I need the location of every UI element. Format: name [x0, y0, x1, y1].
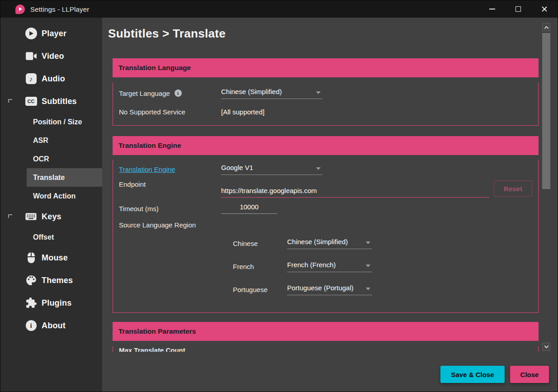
sidebar-item-plugins[interactable]: Plugins — [0, 292, 102, 314]
field-row-target-language: Target Language i Chinese (Simplified) — [119, 83, 538, 104]
sidebar-item-keys[interactable]: Keys — [0, 205, 102, 228]
source-region-row-french: French French (French) — [233, 255, 538, 278]
chevron-down-icon — [316, 91, 321, 94]
field-label: No Supported Service — [119, 108, 185, 116]
chevron-down-icon — [366, 264, 370, 267]
sidebar-item-label: Player — [42, 29, 66, 38]
info-icon[interactable]: i — [175, 90, 182, 97]
sidebar-subitem-label: Translate — [33, 174, 65, 182]
sidebar-item-label: About — [42, 321, 66, 331]
sidebar-subitem-label: OCR — [33, 155, 49, 163]
scroll-viewport: Subtitles > Translate Translation Langua… — [102, 18, 558, 352]
sidebar-item-offset[interactable]: Offset — [27, 228, 102, 246]
section-translation-engine: Translation Engine Translation Engine Go… — [113, 136, 539, 313]
engine-dropdown[interactable]: Google V1 — [221, 164, 322, 175]
chevron-down-icon — [316, 167, 321, 170]
no-supported-service-value: [All supported] — [221, 108, 265, 116]
sidebar-item-player[interactable]: Player — [0, 22, 102, 45]
section-header: Translation Language — [113, 58, 539, 77]
sidebar-subitem-label: Offset — [33, 233, 54, 241]
field-label: Portuguese — [233, 286, 287, 293]
sidebar-subitem-label: ASR — [33, 137, 48, 145]
sidebar-nav: Player Video ♪ Audio CC Subtitles Positi… — [0, 18, 102, 392]
sidebar-item-translate-selected[interactable]: Translate — [27, 168, 102, 187]
closed-captions-icon: CC — [25, 97, 37, 106]
reset-button[interactable]: Reset — [494, 180, 532, 197]
sidebar-item-label: Keys — [42, 212, 61, 222]
save-and-close-button[interactable]: Save & Close — [440, 366, 505, 383]
close-button[interactable] — [531, 0, 558, 18]
field-row-engine: Translation Engine Google V1 — [119, 160, 538, 179]
translation-engine-link[interactable]: Translation Engine — [119, 165, 175, 173]
field-label: Source Language Region — [119, 221, 196, 229]
scrollbar-up-button[interactable] — [542, 23, 550, 31]
field-row-source-region: Source Language Region — [119, 217, 538, 232]
dropdown-value: Portuguese (Portugal) — [287, 284, 354, 292]
endpoint-input[interactable] — [221, 187, 489, 198]
scrollbar-thumb[interactable] — [542, 33, 550, 189]
sidebar-item-position-size[interactable]: Position / Size — [27, 113, 102, 131]
portuguese-region-dropdown[interactable]: Portuguese (Portugal) — [287, 284, 372, 295]
titlebar: Settings - LLPlayer — [0, 0, 558, 18]
section-body: Translation Engine Google V1 Endpoint Re… — [113, 160, 539, 313]
target-language-label: Target Language i — [119, 90, 221, 97]
minimize-button[interactable] — [479, 0, 505, 18]
dropdown-value: French (French) — [287, 261, 336, 269]
sidebar-item-label: Plugins — [42, 298, 71, 308]
close-icon — [541, 6, 548, 12]
field-label: French — [233, 263, 287, 270]
section-translation-language: Translation Language Target Language i C… — [113, 58, 539, 126]
palette-icon — [25, 274, 37, 286]
maximize-icon — [515, 6, 521, 12]
info-icon: i — [25, 320, 37, 331]
sidebar-item-label: Subtitles — [42, 97, 77, 106]
field-label: Endpoint — [119, 180, 146, 188]
french-region-dropdown[interactable]: French (French) — [287, 261, 372, 272]
section-body: Target Language i Chinese (Simplified) N… — [113, 83, 539, 126]
sidebar-item-ocr[interactable]: OCR — [27, 150, 102, 168]
sidebar-item-asr[interactable]: ASR — [27, 131, 102, 150]
source-region-row-chinese: Chinese Chinese (Simplified) — [233, 232, 538, 255]
field-label: Target Language — [119, 90, 170, 97]
play-circle-icon — [25, 28, 37, 39]
sidebar-item-video[interactable]: Video — [0, 45, 102, 67]
video-camera-icon — [25, 51, 37, 61]
window-controls — [479, 0, 558, 18]
mouse-icon — [25, 252, 37, 264]
sidebar-subitem-label: Word Action — [33, 192, 76, 200]
scrollbar-down-button[interactable] — [542, 343, 550, 351]
sidebar-item-about[interactable]: i About — [0, 314, 102, 337]
field-row-timeout: Timeout (ms) — [119, 199, 538, 217]
field-row-no-supported-service: No Supported Service [All supported] — [119, 104, 538, 120]
sidebar-item-word-action[interactable]: Word Action — [27, 187, 102, 205]
field-label: Chinese — [233, 240, 287, 247]
collapse-expander-icon[interactable] — [8, 99, 12, 103]
close-settings-button[interactable]: Close — [510, 366, 549, 383]
chevron-down-icon — [544, 344, 549, 349]
sidebar-item-audio[interactable]: ♪ Audio — [0, 67, 102, 90]
minimize-icon — [489, 9, 495, 9]
page-title: Subtitles > Translate — [108, 27, 558, 43]
sidebar-item-label: Mouse — [42, 253, 68, 263]
target-language-dropdown[interactable]: Chinese (Simplified) — [221, 88, 322, 99]
sidebar-item-themes[interactable]: Themes — [0, 269, 102, 292]
dropdown-value: Chinese (Simplified) — [287, 238, 348, 246]
source-region-row-portuguese: Portuguese Portuguese (Portugal) — [233, 278, 538, 301]
timeout-input[interactable] — [221, 203, 277, 214]
dropdown-value: Chinese (Simplified) — [221, 88, 282, 95]
sidebar-item-label: Audio — [42, 74, 65, 84]
chevron-up-icon — [544, 26, 549, 30]
sidebar-item-label: Video — [42, 52, 64, 61]
settings-window: Settings - LLPlayer Player Video ♪ Audio… — [0, 0, 558, 392]
maximize-button[interactable] — [505, 0, 531, 18]
collapse-expander-icon[interactable] — [8, 214, 12, 218]
settings-content: Subtitles > Translate Translation Langua… — [102, 18, 558, 392]
sidebar-item-mouse[interactable]: Mouse — [0, 246, 102, 269]
music-note-icon: ♪ — [25, 73, 37, 84]
clipped-field-label: Max Translate Count — [119, 346, 538, 352]
chinese-region-dropdown[interactable]: Chinese (Simplified) — [287, 238, 372, 249]
llplayer-logo-icon — [15, 5, 25, 14]
dropdown-value: Google V1 — [221, 164, 253, 171]
section-header: Translation Parameters — [113, 322, 539, 341]
sidebar-item-subtitles[interactable]: CC Subtitles — [0, 90, 102, 113]
